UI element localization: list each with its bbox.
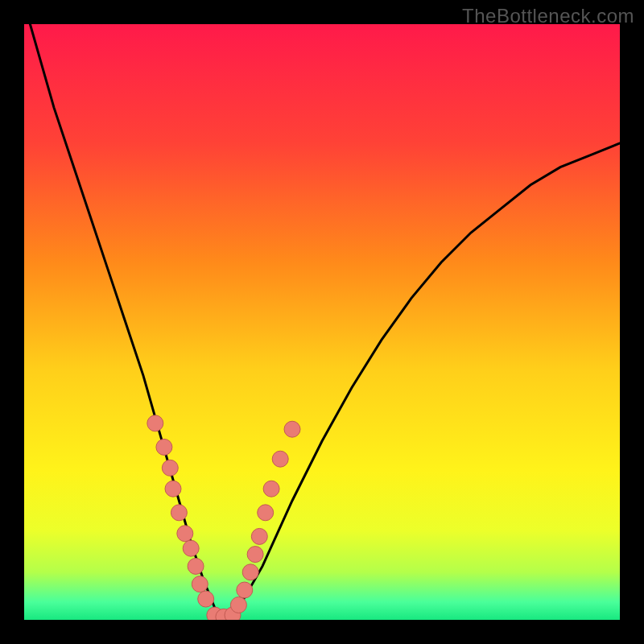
sample-dot (177, 526, 193, 542)
sample-dot (247, 547, 263, 563)
sample-dot (147, 415, 163, 431)
sample-dot (171, 505, 187, 521)
bottleneck-chart (24, 24, 620, 620)
sample-dot (258, 505, 274, 521)
sample-dot (162, 460, 178, 476)
sample-dot (284, 421, 300, 437)
sample-dot (188, 558, 204, 574)
chart-frame: TheBottleneck.com (0, 0, 644, 644)
sample-dot (272, 451, 288, 467)
sample-dot (237, 582, 253, 598)
sample-dot (192, 576, 208, 592)
sample-dot (242, 564, 258, 580)
watermark-label: TheBottleneck.com (462, 5, 634, 27)
sample-dot (230, 597, 246, 613)
sample-dot (156, 439, 172, 455)
sample-dot (183, 540, 199, 556)
sample-dot (251, 528, 267, 544)
sample-dot (165, 481, 181, 497)
chart-background (24, 24, 620, 620)
sample-dot (263, 481, 279, 497)
sample-dot (198, 591, 214, 607)
